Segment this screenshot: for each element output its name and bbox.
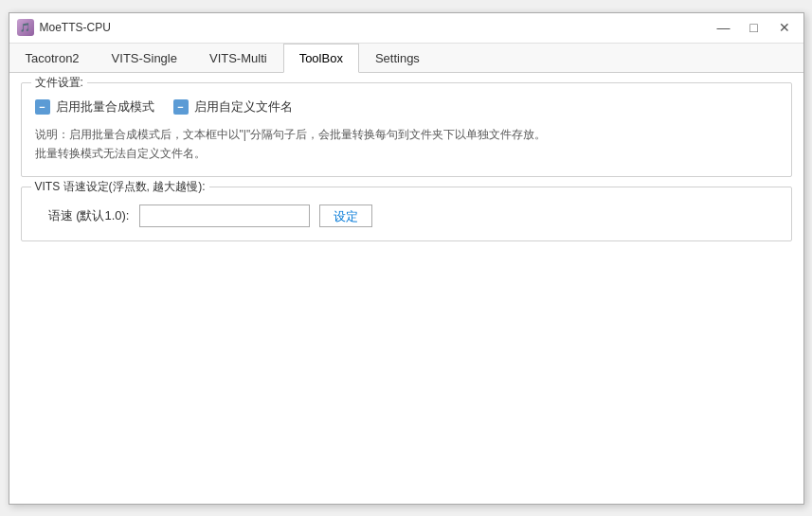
minimize-button[interactable]: — xyxy=(713,19,735,36)
file-settings-title: 文件设置: xyxy=(31,75,87,91)
window-controls: — □ ✕ xyxy=(713,19,796,36)
note-line1: 说明：启用批量合成模式后，文本框中以"|"分隔句子后，会批量转换每句到文件夹下以… xyxy=(35,125,778,144)
titlebar: 🎵 MoeTTS-CPU — □ ✕ xyxy=(9,13,803,44)
tab-vits-multi[interactable]: VITS-Multi xyxy=(193,44,283,73)
toggle-custom-name-label: 启用自定义文件名 xyxy=(194,98,293,116)
speed-label: 语速 (默认1.0): xyxy=(35,207,130,224)
toggle-row: − 启用批量合成模式 − 启用自定义文件名 xyxy=(35,98,778,116)
speed-settings-section: VITS 语速设定(浮点数, 越大越慢): 语速 (默认1.0): 设定 xyxy=(21,187,792,241)
set-speed-button[interactable]: 设定 xyxy=(319,205,372,227)
speed-row: 语速 (默认1.0): 设定 xyxy=(35,205,778,227)
toggle-batch-icon: − xyxy=(35,99,50,115)
main-window: 🎵 MoeTTS-CPU — □ ✕ Tacotron2 VITS-Single… xyxy=(9,12,804,505)
toggle-batch-label: 启用批量合成模式 xyxy=(56,98,154,116)
app-icon: 🎵 xyxy=(17,19,34,36)
toggle-custom-name-item[interactable]: − 启用自定义文件名 xyxy=(173,98,293,116)
toggle-batch-item[interactable]: − 启用批量合成模式 xyxy=(35,98,154,116)
tab-vits-single[interactable]: VITS-Single xyxy=(96,44,193,73)
tab-toolbox[interactable]: ToolBox xyxy=(283,44,359,73)
file-settings-section: 文件设置: − 启用批量合成模式 − 启用自定义文件名 说明：启用批量合成模式后… xyxy=(21,82,792,178)
toggle-custom-name-icon: − xyxy=(173,99,189,115)
note-text: 说明：启用批量合成模式后，文本框中以"|"分隔句子后，会批量转换每句到文件夹下以… xyxy=(35,125,778,164)
note-line2: 批量转换模式无法自定义文件名。 xyxy=(35,144,778,163)
tab-settings[interactable]: Settings xyxy=(359,44,436,73)
tab-bar: Tacotron2 VITS-Single VITS-Multi ToolBox… xyxy=(9,44,803,73)
close-button[interactable]: ✕ xyxy=(773,19,796,36)
tab-tacotron2[interactable]: Tacotron2 xyxy=(9,44,96,73)
maximize-button[interactable]: □ xyxy=(743,19,766,36)
window-title: MoeTTS-CPU xyxy=(40,21,713,34)
speed-settings-title: VITS 语速设定(浮点数, 越大越慢): xyxy=(31,179,209,195)
content-area: 文件设置: − 启用批量合成模式 − 启用自定义文件名 说明：启用批量合成模式后… xyxy=(9,73,803,504)
speed-input[interactable] xyxy=(139,205,310,227)
